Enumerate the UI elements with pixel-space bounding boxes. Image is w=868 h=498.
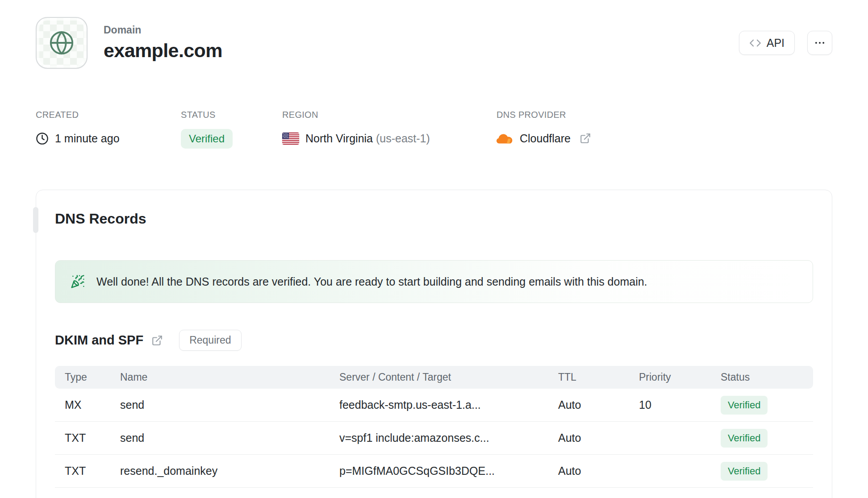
status-badge: Verified xyxy=(181,129,233,149)
cell-ttl: Auto xyxy=(558,398,639,411)
more-options-button[interactable] xyxy=(807,31,832,55)
column-header-status: Status xyxy=(721,371,803,383)
cell-ttl: Auto xyxy=(558,465,639,477)
column-header-name: Name xyxy=(120,371,339,383)
clock-icon xyxy=(36,132,49,145)
cell-name: send xyxy=(120,398,339,411)
external-link-icon[interactable] xyxy=(151,335,163,346)
status-badge: Verified xyxy=(721,429,768,448)
meta-region: REGION xyxy=(282,110,497,149)
meta-dns-provider: DNS PROVIDER Cloudflare xyxy=(497,110,591,149)
cell-content: p=MIGfMA0GCSqGSIb3DQE... xyxy=(339,465,558,477)
dns-records-card: DNS Records Well done! All the DNS recor… xyxy=(36,190,832,498)
page-title: example.com xyxy=(104,40,222,62)
cell-ttl: Auto xyxy=(558,432,639,444)
cell-content: feedback-smtp.us-east-1.a... xyxy=(339,398,558,411)
page-eyebrow: Domain xyxy=(104,24,222,36)
cell-name: resend._domainkey xyxy=(120,465,339,477)
meta-created: CREATED 1 minute ago xyxy=(36,110,181,149)
status-badge: Verified xyxy=(721,396,768,415)
column-header-ttl: TTL xyxy=(558,371,639,383)
status-label: STATUS xyxy=(181,110,282,120)
api-button[interactable]: API xyxy=(739,31,795,55)
region-name: North Virginia xyxy=(305,132,373,145)
cell-priority: 10 xyxy=(639,398,721,411)
region-code: (us-east-1) xyxy=(376,132,430,145)
domain-meta-row: CREATED 1 minute ago STATUS Verified REG… xyxy=(36,110,832,149)
success-banner-message: Well done! All the DNS records are verif… xyxy=(96,275,647,288)
dkim-section-header: DKIM and SPF Required xyxy=(55,330,813,351)
table-header-row: Type Name Server / Content / Target TTL … xyxy=(55,366,813,389)
cell-type: TXT xyxy=(65,432,120,444)
dns-records-heading: DNS Records xyxy=(55,190,813,227)
table-row: TXT send v=spf1 include:amazonses.c... A… xyxy=(55,422,813,455)
table-row: TXT resend._domainkey p=MIGfMA0GCSqGSIb3… xyxy=(55,455,813,488)
column-header-content: Server / Content / Target xyxy=(339,371,558,383)
table-row: MX send feedback-smtp.us-east-1.a... Aut… xyxy=(55,389,813,422)
dns-provider-value: Cloudflare xyxy=(520,132,571,145)
header-actions: API xyxy=(739,31,832,55)
meta-status: STATUS Verified xyxy=(181,110,282,149)
us-flag-icon xyxy=(282,133,299,145)
ellipsis-icon xyxy=(814,37,826,49)
api-button-label: API xyxy=(767,37,785,50)
success-banner: Well done! All the DNS records are verif… xyxy=(55,260,813,303)
page-header: Domain example.com API xyxy=(36,17,832,69)
required-badge: Required xyxy=(179,330,241,351)
code-icon xyxy=(749,37,761,49)
domain-detail-page: Domain example.com API xyxy=(0,17,868,498)
cloudflare-icon xyxy=(497,133,513,144)
party-popper-icon xyxy=(71,274,85,289)
cell-name: send xyxy=(120,432,339,444)
column-header-priority: Priority xyxy=(639,371,721,383)
section-accent-pill xyxy=(33,207,38,233)
cell-type: MX xyxy=(65,398,120,411)
column-header-type: Type xyxy=(65,371,120,383)
dkim-heading: DKIM and SPF xyxy=(55,333,143,348)
created-label: CREATED xyxy=(36,110,181,120)
created-value: 1 minute ago xyxy=(55,132,120,145)
domain-avatar xyxy=(36,17,88,69)
globe-icon xyxy=(49,30,75,56)
cell-type: TXT xyxy=(65,465,120,477)
dns-provider-label: DNS PROVIDER xyxy=(497,110,591,120)
dns-records-table: Type Name Server / Content / Target TTL … xyxy=(55,366,813,488)
region-label: REGION xyxy=(282,110,497,120)
status-badge: Verified xyxy=(721,462,768,481)
external-link-icon[interactable] xyxy=(580,133,591,144)
cell-content: v=spf1 include:amazonses.c... xyxy=(339,432,558,444)
header-text: Domain example.com xyxy=(104,24,222,62)
